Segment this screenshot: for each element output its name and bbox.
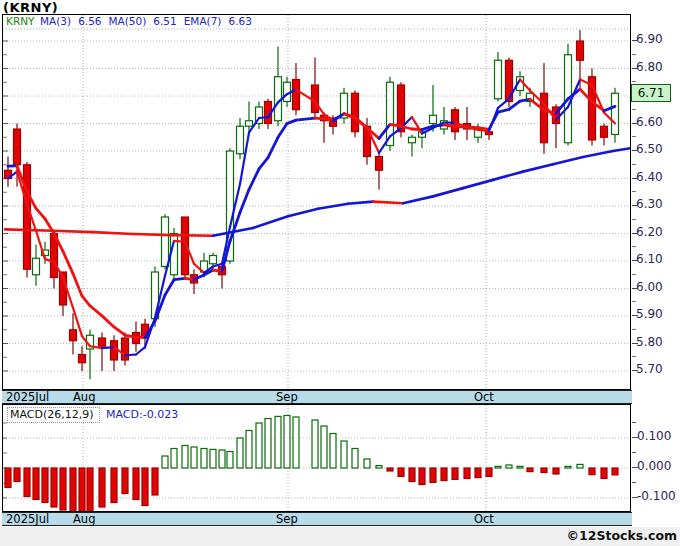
month-label: 2025Jul <box>6 391 49 403</box>
macd-axis-tick <box>632 422 636 423</box>
price-axis-label: 5.70 <box>636 362 663 377</box>
price-axis-label: 6.00 <box>636 280 663 295</box>
price-axis-minor-tick <box>632 301 636 302</box>
month-label: Sep <box>276 391 298 403</box>
ma-legend-items: MA(3)6.56MA(50)6.51EMA(7)6.63 <box>40 15 259 28</box>
indicator-legend: KRNY MA(3)6.56MA(50)6.51EMA(7)6.63 <box>2 15 631 28</box>
price-axis-minor-tick <box>632 136 636 137</box>
price-axis-label: 6.10 <box>636 252 663 267</box>
price-axis-tick <box>632 233 638 234</box>
price-axis-label: 6.50 <box>636 142 663 157</box>
price-axis-label: 6.60 <box>636 115 663 130</box>
month-label: Oct <box>474 513 494 525</box>
month-label: Aug <box>73 513 95 525</box>
chart-title: (KRNY) <box>3 0 58 15</box>
price-axis-minor-tick <box>632 219 636 220</box>
macd-axis-label: 0.000 <box>637 459 671 474</box>
current-price-badge: 6.71 <box>631 84 671 102</box>
price-axis-tick <box>632 40 638 41</box>
price-chart-panel <box>2 14 631 390</box>
ma-legend-label: MA(50) <box>109 15 147 27</box>
price-axis-label: 5.80 <box>636 335 663 350</box>
price-axis-tick <box>632 68 638 69</box>
price-axis-label: 5.90 <box>636 307 663 322</box>
month-axis-top: 2025JulAugSepOct <box>2 390 632 404</box>
price-axis-minor-tick <box>632 109 636 110</box>
month-label: Aug <box>73 391 95 403</box>
price-axis-minor-tick <box>632 81 636 82</box>
watermark-logo: ©12Stocks.com <box>567 528 677 543</box>
symbol-label: KRNY <box>6 15 34 28</box>
ma-legend-label: EMA(7) <box>184 15 222 27</box>
month-label: 2025Jul <box>6 513 49 525</box>
price-axis-tick <box>632 150 638 151</box>
ma-legend-label: MA(3) <box>40 15 71 27</box>
month-label: Oct <box>474 391 494 403</box>
price-axis-minor-tick <box>632 54 636 55</box>
price-axis-tick <box>632 123 638 124</box>
price-axis-tick <box>632 343 638 344</box>
price-axis-tick <box>632 315 638 316</box>
month-axis-bottom: 2025JulAugSepOct <box>2 512 632 526</box>
macd-axis-tick <box>632 452 636 453</box>
price-axis-label: 6.30 <box>636 197 663 212</box>
price-axis-minor-tick <box>632 356 636 357</box>
chart-page: (KRNY) KRNY MA(3)6.56MA(50)6.51EMA(7)6.6… <box>0 0 680 546</box>
price-axis-label: 6.20 <box>636 225 663 240</box>
macd-value-label: MACD:-0.023 <box>106 408 178 421</box>
candlestick-chart <box>3 15 630 389</box>
price-axis-minor-tick <box>632 274 636 275</box>
price-axis-label: 6.80 <box>636 60 663 75</box>
macd-axis-tick <box>632 437 638 438</box>
price-axis-minor-tick <box>632 246 636 247</box>
macd-label: MACD(26,12,9) <box>7 407 100 423</box>
ma-legend-value: 6.56 <box>78 15 101 27</box>
price-axis-tick <box>632 205 638 206</box>
month-label: Sep <box>276 513 298 525</box>
price-axis-minor-tick <box>632 164 636 165</box>
price-axis-tick <box>632 370 638 371</box>
price-axis-minor-tick <box>632 191 636 192</box>
price-axis-minor-tick <box>632 329 636 330</box>
price-axis-tick <box>632 288 638 289</box>
macd-axis-tick <box>632 467 638 468</box>
macd-axis-tick <box>632 482 636 483</box>
price-axis-label: 6.40 <box>636 170 663 185</box>
price-axis-tick <box>632 260 638 261</box>
price-axis-label: 6.90 <box>636 32 663 47</box>
ma-legend-value: 6.51 <box>153 15 176 27</box>
ma-legend-value: 6.63 <box>228 15 251 27</box>
macd-axis-label: -0.100 <box>637 489 676 504</box>
price-axis-tick <box>632 178 638 179</box>
macd-axis-tick <box>632 497 638 498</box>
macd-axis-label: 0.100 <box>637 429 671 444</box>
